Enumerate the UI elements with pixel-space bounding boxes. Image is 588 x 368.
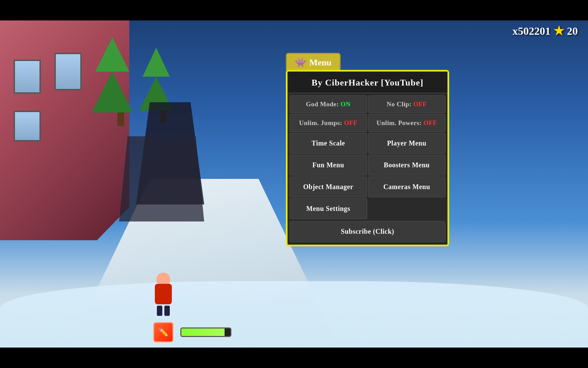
cameras-menu-label: Cameras Menu — [383, 183, 430, 190]
tree-1 — [109, 61, 133, 126]
score-value: x502201 — [512, 25, 551, 37]
time-scale-button[interactable]: Time Scale — [290, 133, 367, 154]
window — [14, 111, 41, 141]
boosters-menu-label: Boosters Menu — [384, 161, 430, 169]
unlim-powers-value: OFF — [423, 119, 437, 126]
boosters-menu-button[interactable]: Boosters Menu — [368, 155, 446, 175]
energy-bar — [180, 327, 231, 337]
no-clip-label: No Clip: — [387, 101, 413, 108]
window — [14, 60, 41, 94]
menu-settings-label: Menu Settings — [306, 205, 350, 212]
window — [54, 53, 82, 90]
object-manager-label: Object Manager — [303, 183, 354, 190]
cheat-menu-title: By CiberHacker [YouTube] — [288, 72, 447, 93]
cameras-menu-button[interactable]: Cameras Menu — [368, 177, 446, 197]
god-mode-value: ON — [341, 101, 351, 108]
player-menu-label: Player Menu — [387, 139, 426, 147]
powerup-icon: ✏️ — [153, 322, 174, 342]
snow-ground — [0, 281, 588, 349]
hud-bottom: ✏️ — [153, 322, 231, 342]
time-scale-label: Time Scale — [311, 139, 345, 147]
menu-button[interactable]: 👾 Menu — [286, 53, 341, 72]
unlim-powers-label: Unlim. Powers: — [377, 119, 424, 126]
dark-structure-2 — [119, 136, 204, 221]
black-bar-bottom — [0, 348, 588, 368]
cheat-menu-grid: God Mode: ON No Clip: OFF Unlim. Jumps: … — [288, 93, 447, 242]
player-menu-button[interactable]: Player Menu — [368, 133, 446, 154]
no-clip-value: OFF — [413, 101, 427, 108]
god-mode-label: God Mode: — [306, 101, 341, 108]
black-bar-top — [0, 0, 588, 20]
energy-bar-fill — [181, 328, 225, 336]
currency-value: 20 — [567, 25, 578, 37]
god-mode-toggle[interactable]: God Mode: ON — [290, 95, 367, 113]
empty-cell — [368, 198, 446, 219]
subscribe-button[interactable]: Subscribe (Click) — [290, 221, 445, 242]
fun-menu-label: Fun Menu — [312, 161, 344, 169]
no-clip-toggle[interactable]: No Clip: OFF — [368, 95, 446, 113]
menu-settings-button[interactable]: Menu Settings — [290, 198, 367, 219]
menu-button-label: Menu — [309, 58, 331, 68]
unlim-jumps-toggle[interactable]: Unlim. Jumps: OFF — [290, 114, 367, 132]
player-character — [150, 273, 177, 313]
unlim-powers-toggle[interactable]: Unlim. Powers: OFF — [368, 114, 446, 132]
subscribe-label: Subscribe (Click) — [341, 228, 394, 235]
score-display: x502201 ★ 20 — [512, 24, 578, 38]
menu-button-icon: 👾 — [295, 57, 306, 68]
star-icon: ★ — [553, 24, 564, 38]
object-manager-button[interactable]: Object Manager — [290, 177, 367, 197]
cheat-menu: By CiberHacker [YouTube] God Mode: ON No… — [286, 70, 449, 246]
unlim-jumps-label: Unlim. Jumps: — [299, 119, 344, 126]
unlim-jumps-value: OFF — [344, 119, 358, 126]
fun-menu-button[interactable]: Fun Menu — [290, 155, 367, 175]
